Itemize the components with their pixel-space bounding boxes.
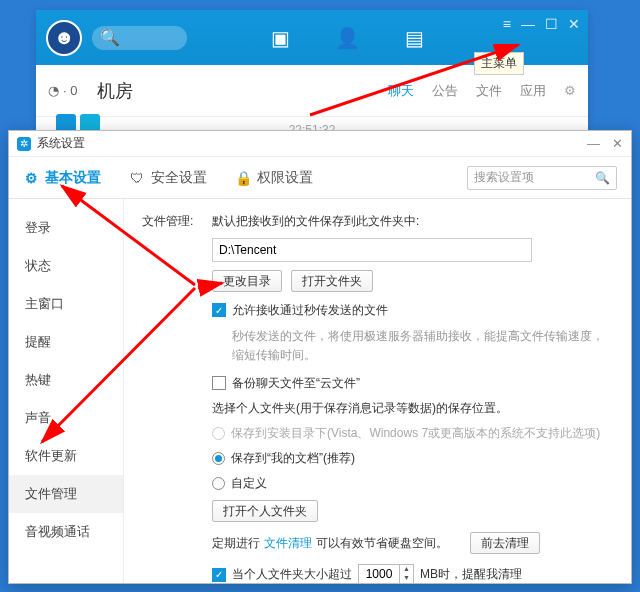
- settings-body: 登录 状态 主窗口 提醒 热键 声音 软件更新 文件管理 音视频通话 文件管理:…: [9, 199, 631, 583]
- radio-install-label: 保存到安装目录下(Vista、Windows 7或更高版本的系统不支持此选项): [231, 425, 600, 442]
- backup-label: 备份聊天文件至“云文件”: [232, 375, 360, 392]
- cleanup-link[interactable]: 文件清理: [264, 535, 312, 552]
- tab-security-label: 安全设置: [151, 169, 207, 187]
- sidebar-item-status[interactable]: 状态: [9, 247, 123, 285]
- tab-chat[interactable]: 聊天: [388, 82, 414, 100]
- chat-tabs: 聊天 公告 文件 应用 ⚙: [388, 82, 576, 100]
- radio-mydoc[interactable]: [212, 452, 225, 465]
- maximize-icon[interactable]: ☐: [545, 16, 558, 32]
- change-dir-button[interactable]: 更改目录: [212, 270, 282, 292]
- settings-sidebar: 登录 状态 主窗口 提醒 热键 声音 软件更新 文件管理 音视频通话: [9, 199, 124, 583]
- sidebar-item-sound[interactable]: 声音: [9, 399, 123, 437]
- gear-icon[interactable]: ⚙: [564, 83, 576, 98]
- docs-icon[interactable]: ▤: [405, 26, 424, 50]
- radio-mydoc-label: 保存到“我的文档”(推荐): [231, 450, 355, 467]
- contacts-icon[interactable]: 👤: [335, 26, 360, 50]
- minimize-icon[interactable]: —: [587, 136, 600, 151]
- radio-custom[interactable]: [212, 477, 225, 490]
- gear-icon: ⚙: [23, 170, 39, 186]
- user-avatar[interactable]: ☻: [46, 20, 82, 56]
- header-nav-icons: ▣ 👤 ▤: [271, 26, 424, 50]
- sidebar-item-mainwin[interactable]: 主窗口: [9, 285, 123, 323]
- sidebar-item-update[interactable]: 软件更新: [9, 437, 123, 475]
- sidebar-item-file[interactable]: 文件管理: [9, 475, 123, 513]
- section-label: 文件管理:: [142, 213, 212, 583]
- spin-up-icon[interactable]: ▲: [400, 565, 413, 574]
- level-text: · 0: [63, 83, 77, 98]
- level-icon: ◔: [48, 83, 59, 98]
- settings-window-controls: — ✕: [587, 136, 623, 151]
- open-folder-button[interactable]: 打开文件夹: [291, 270, 373, 292]
- tab-app[interactable]: 应用: [520, 82, 546, 100]
- close-icon[interactable]: ✕: [568, 16, 580, 32]
- window-controls: ≡ — ☐ ✕: [503, 16, 580, 32]
- radio-custom-label: 自定义: [231, 475, 267, 492]
- tab-permission-label: 权限设置: [257, 169, 313, 187]
- window-title: 系统设置: [37, 135, 85, 152]
- settings-top-tabs: ⚙ 基本设置 🛡 安全设置 🔒 权限设置 搜索设置项 🔍: [9, 157, 631, 199]
- search-icon: 🔍: [100, 28, 120, 47]
- app-icon: ✲: [17, 137, 31, 151]
- spin-down-icon[interactable]: ▼: [400, 574, 413, 583]
- level-indicator: ◔ · 0: [48, 83, 77, 98]
- checkbox-size-remind[interactable]: ✓: [212, 568, 226, 582]
- shield-icon: 🛡: [129, 170, 145, 186]
- room-name: 机房: [97, 79, 133, 103]
- open-personal-button[interactable]: 打开个人文件夹: [212, 500, 318, 522]
- close-icon[interactable]: ✕: [612, 136, 623, 151]
- tab-security[interactable]: 🛡 安全设置: [129, 169, 207, 187]
- sidebar-item-hotkey[interactable]: 热键: [9, 361, 123, 399]
- settings-search[interactable]: 搜索设置项 🔍: [467, 166, 617, 190]
- tab-basic-label: 基本设置: [45, 169, 101, 187]
- tab-basic[interactable]: ⚙ 基本设置: [23, 169, 101, 187]
- minimize-icon[interactable]: —: [521, 16, 535, 32]
- search-icon: 🔍: [595, 171, 610, 185]
- size-input[interactable]: [359, 565, 399, 583]
- radio-install-dir: [212, 427, 225, 440]
- menu-icon[interactable]: ≡: [503, 16, 511, 32]
- settings-titlebar: ✲ 系统设置 — ✕: [9, 131, 631, 157]
- cleanup-text-pre: 定期进行: [212, 535, 260, 552]
- settings-window: ✲ 系统设置 — ✕ ⚙ 基本设置 🛡 安全设置 🔒 权限设置 搜索设置项 🔍 …: [8, 130, 632, 584]
- tab-notice[interactable]: 公告: [432, 82, 458, 100]
- tab-permission[interactable]: 🔒 权限设置: [235, 169, 313, 187]
- menu-tooltip: 主菜单: [474, 52, 524, 75]
- lock-icon: 🔒: [235, 170, 251, 186]
- personal-folder-desc: 选择个人文件夹(用于保存消息记录等数据)的保存位置。: [212, 400, 613, 417]
- size-post: MB时，提醒我清理: [420, 566, 522, 583]
- size-spinner[interactable]: ▲▼: [358, 564, 414, 583]
- search-placeholder: 搜索设置项: [474, 169, 595, 186]
- checkbox-allow-sec[interactable]: ✓: [212, 303, 226, 317]
- checkbox-backup[interactable]: [212, 376, 226, 390]
- chat-icon[interactable]: ▣: [271, 26, 290, 50]
- sec-hint: 秒传发送的文件，将使用极速服务器辅助接收，能提高文件传输速度，缩短传输时间。: [232, 327, 613, 365]
- sidebar-item-remind[interactable]: 提醒: [9, 323, 123, 361]
- allow-sec-label: 允许接收通过秒传发送的文件: [232, 302, 388, 319]
- cleanup-text-post: 可以有效节省硬盘空间。: [316, 535, 448, 552]
- tab-file[interactable]: 文件: [476, 82, 502, 100]
- sidebar-item-login[interactable]: 登录: [9, 209, 123, 247]
- qq-main-window: ☻ 🔍 ▣ 👤 ▤ ≡ — ☐ ✕ 主菜单 ◔ · 0 机房 聊天 公告 文件 …: [36, 10, 588, 130]
- header-search[interactable]: 🔍: [92, 26, 187, 50]
- sidebar-item-av[interactable]: 音视频通话: [9, 513, 123, 551]
- size-pre: 当个人文件夹大小超过: [232, 566, 352, 583]
- file-path-input[interactable]: [212, 238, 532, 262]
- default-folder-desc: 默认把接收到的文件保存到此文件夹中:: [212, 213, 613, 230]
- settings-content: 文件管理: 默认把接收到的文件保存到此文件夹中: 更改目录 打开文件夹 ✓ 允许…: [124, 199, 631, 583]
- go-clean-button[interactable]: 前去清理: [470, 532, 540, 554]
